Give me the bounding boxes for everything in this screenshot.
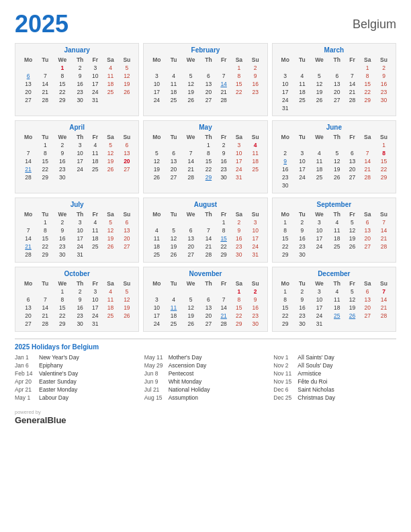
cal-day: 22 xyxy=(38,242,52,251)
weekday-header: We xyxy=(310,279,329,287)
holiday-date: Jun 8 xyxy=(144,370,166,377)
cal-day: 18 xyxy=(147,242,166,251)
cal-day xyxy=(329,141,345,149)
cal-day: 10 xyxy=(310,226,329,234)
holiday-column: Nov 1All Saints' DayNov 2All Souls' DayN… xyxy=(273,354,396,402)
cal-day: 25 xyxy=(166,96,181,104)
cal-day: 4 xyxy=(247,141,264,149)
cal-day: 29 xyxy=(231,320,247,328)
cal-day: 27 xyxy=(201,96,217,104)
cal-day: 21 xyxy=(38,312,52,320)
cal-day: 11 xyxy=(147,234,166,242)
cal-day: 31 xyxy=(231,173,247,181)
cal-day: 8 xyxy=(359,72,375,80)
country-title: Belgium xyxy=(353,12,396,32)
cal-day: 15 xyxy=(216,234,231,242)
cal-day: 5 xyxy=(329,149,345,157)
cal-day: 11 xyxy=(88,149,103,157)
cal-day xyxy=(38,287,52,296)
cal-day: 16 xyxy=(295,234,310,242)
cal-day: 26 xyxy=(118,88,135,96)
cal-day: 25 xyxy=(88,165,103,173)
month-name: July xyxy=(19,201,135,208)
cal-day: 9 xyxy=(295,296,310,304)
brand: GeneralBlue xyxy=(15,415,66,425)
holiday-item: Dec 25Christmas Day xyxy=(273,394,396,401)
cal-day: 25 xyxy=(329,312,345,320)
cal-day: 22 xyxy=(52,88,72,96)
cal-day xyxy=(329,320,345,328)
cal-day xyxy=(201,64,217,72)
cal-day: 13 xyxy=(201,80,217,88)
weekday-header: Tu xyxy=(166,279,181,287)
cal-day: 16 xyxy=(72,80,88,88)
holiday-date: Nov 2 xyxy=(273,362,295,369)
calendars-grid: JanuaryMoTuWeThFrSaSu1234567891011121314… xyxy=(15,43,396,332)
cal-day: 30 xyxy=(295,251,310,259)
weekday-header: Mo xyxy=(276,56,295,64)
cal-day: 3 xyxy=(247,218,264,226)
month-name: October xyxy=(19,270,135,277)
cal-day: 17 xyxy=(247,234,264,242)
cal-day: 2 xyxy=(295,218,310,226)
cal-day: 4 xyxy=(329,287,345,296)
cal-day: 10 xyxy=(276,80,295,88)
holiday-name: Easter Monday xyxy=(39,386,77,393)
cal-day: 12 xyxy=(329,157,345,165)
cal-day: 11 xyxy=(247,149,264,157)
cal-table: MoTuWeThFrSaSu12345678910111213141516171… xyxy=(147,56,263,104)
cal-day: 3 xyxy=(88,64,103,72)
holiday-date: Apr 21 xyxy=(15,386,36,393)
weekday-header: Sa xyxy=(231,279,247,287)
cal-day: 5 xyxy=(310,72,329,80)
cal-day: 14 xyxy=(216,80,231,88)
cal-day xyxy=(103,320,119,328)
cal-day: 18 xyxy=(310,165,329,173)
cal-day: 11 xyxy=(103,296,119,304)
weekday-header: We xyxy=(310,133,329,141)
cal-day xyxy=(88,173,103,181)
cal-day: 2 xyxy=(216,141,231,149)
cal-day: 23 xyxy=(295,312,310,320)
weekday-header: Th xyxy=(72,133,88,141)
cal-day: 7 xyxy=(375,287,392,296)
holiday-item: Dec 6Saint Nicholas xyxy=(273,386,396,393)
cal-day: 5 xyxy=(103,218,119,226)
cal-day: 8 xyxy=(38,226,52,234)
cal-day: 22 xyxy=(375,165,392,173)
weekday-header: Mo xyxy=(147,56,166,64)
cal-day: 10 xyxy=(147,80,166,88)
powered-by-text: powered by xyxy=(15,409,66,415)
cal-day: 5 xyxy=(118,287,135,296)
cal-day xyxy=(310,181,329,189)
cal-day: 9 xyxy=(72,296,88,304)
cal-day: 14 xyxy=(216,304,231,312)
cal-day: 8 xyxy=(38,149,52,157)
cal-day: 30 xyxy=(276,181,295,189)
weekday-header: Tu xyxy=(295,56,310,64)
cal-day: 23 xyxy=(247,312,264,320)
cal-day: 18 xyxy=(329,234,345,242)
cal-day: 13 xyxy=(329,80,345,88)
cal-day: 25 xyxy=(147,251,166,259)
cal-day: 22 xyxy=(276,312,295,320)
cal-day xyxy=(147,287,166,296)
cal-day: 27 xyxy=(359,242,375,251)
cal-day: 9 xyxy=(231,226,247,234)
cal-day: 15 xyxy=(231,304,247,312)
cal-day xyxy=(181,218,201,226)
cal-day xyxy=(247,173,264,181)
cal-day: 12 xyxy=(118,72,135,80)
cal-day xyxy=(19,218,38,226)
cal-day: 19 xyxy=(103,157,119,165)
cal-day xyxy=(359,141,375,149)
cal-day: 7 xyxy=(181,149,201,157)
weekday-header: Su xyxy=(247,279,264,287)
cal-day: 3 xyxy=(310,218,329,226)
cal-day xyxy=(359,320,375,328)
cal-day: 26 xyxy=(147,173,166,181)
cal-day xyxy=(166,141,181,149)
holiday-item: Nov 2All Souls' Day xyxy=(273,362,396,369)
cal-day: 26 xyxy=(181,320,201,328)
cal-day: 17 xyxy=(147,88,166,96)
